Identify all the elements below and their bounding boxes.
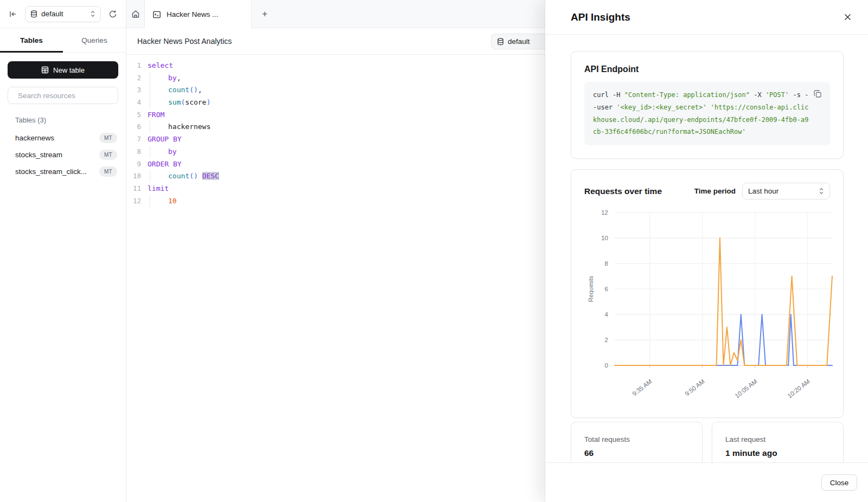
tab-queries[interactable]: Queries	[63, 28, 126, 52]
line-number: 7	[126, 133, 141, 146]
tables-count-heading: Tables (3)	[15, 116, 118, 124]
svg-text:10: 10	[601, 235, 608, 241]
total-requests-label: Total requests	[584, 435, 689, 443]
table-name: stocks_stream_click...	[15, 168, 87, 176]
query-title: Hacker News Post Analytics	[137, 37, 232, 46]
svg-text:2: 2	[605, 337, 608, 343]
indent-guide	[150, 84, 168, 96]
collapse-left-icon	[9, 10, 17, 18]
svg-text:Requests: Requests	[588, 276, 594, 303]
terminal-tab-icon	[152, 10, 161, 19]
tab-tables[interactable]: Tables	[0, 28, 63, 52]
chart-title: Requests over time	[584, 186, 694, 196]
new-table-label: New table	[53, 66, 85, 74]
refresh-icon	[108, 10, 117, 18]
sidebar-topbar: default	[0, 0, 126, 28]
indent-guide	[150, 170, 168, 183]
table-name: stocks_stream	[15, 151, 62, 159]
tab-queries-label: Queries	[81, 36, 107, 44]
line-number: 6	[126, 121, 141, 133]
sidebar-tabs: Tables Queries	[0, 28, 126, 53]
indent-guide	[150, 146, 168, 158]
new-tab-button[interactable]: +	[252, 0, 278, 28]
database-selector-value: default	[41, 10, 86, 18]
api-endpoint-heading: API Endpoint	[584, 65, 830, 74]
close-button[interactable]: Close	[821, 474, 857, 491]
table-grid-icon	[41, 66, 49, 74]
last-request-value: 1 minute ago	[725, 448, 830, 458]
line-number: 8	[126, 146, 141, 158]
search-input[interactable]	[18, 92, 114, 100]
time-period-value: Last hour	[748, 187, 814, 195]
table-engine-badge: MT	[99, 166, 117, 177]
curl-command: curl -H "Content-Type: application/json"…	[593, 91, 808, 136]
requests-chart: 0246810129:35 AM9:50 AM10:05 AM10:20 AMR…	[571, 203, 844, 410]
query-tab-title: Hacker News ...	[167, 10, 218, 18]
chart-header: Requests over time Time period Last hour	[571, 183, 843, 199]
home-icon	[131, 10, 140, 18]
svg-text:12: 12	[601, 209, 608, 216]
svg-text:0: 0	[605, 362, 608, 369]
table-list-item[interactable]: hackernewsMT	[8, 130, 118, 146]
sidebar-body: New table Tables (3) hackernewsMTstocks_…	[0, 53, 126, 189]
home-button[interactable]	[126, 0, 145, 28]
database-icon	[497, 38, 504, 46]
indent-guide	[150, 195, 168, 208]
time-period-select[interactable]: Last hour	[742, 183, 830, 199]
database-icon	[30, 10, 37, 18]
line-number: 9	[126, 158, 141, 171]
database-selector[interactable]: default	[25, 6, 101, 22]
panel-footer: Close	[545, 462, 868, 502]
app-window: default Tables Queries New table Tables …	[0, 0, 868, 502]
line-number: 4	[126, 96, 141, 109]
line-number: 1	[126, 60, 141, 72]
curl-code-block: curl -H "Content-Type: application/json"…	[584, 82, 830, 145]
tables-list: hackernewsMTstocks_streamMTstocks_stream…	[8, 130, 118, 180]
indent-guide	[150, 121, 168, 133]
svg-text:10:05 AM: 10:05 AM	[733, 378, 758, 399]
indent-guide	[150, 96, 168, 109]
copy-button[interactable]	[812, 88, 824, 100]
time-period-label: Time period	[694, 187, 736, 195]
collapse-sidebar-button[interactable]	[7, 8, 20, 21]
api-endpoint-card: API Endpoint curl -H "Content-Type: appl…	[571, 51, 844, 159]
table-list-item[interactable]: stocks_streamMT	[8, 146, 118, 163]
svg-text:10:20 AM: 10:20 AM	[786, 378, 811, 399]
chevron-up-down-icon	[819, 188, 824, 195]
total-requests-value: 66	[584, 448, 689, 458]
last-request-label: Last request	[725, 435, 830, 443]
refresh-button[interactable]	[106, 8, 119, 21]
panel-close-button[interactable]	[840, 10, 855, 25]
table-list-item[interactable]: stocks_stream_click...MT	[8, 163, 118, 180]
line-number: 12	[126, 195, 141, 208]
chevron-up-down-icon	[90, 10, 95, 17]
plus-icon: +	[262, 9, 267, 20]
svg-text:9:35 AM: 9:35 AM	[631, 378, 653, 397]
panel-body: API Endpoint curl -H "Content-Type: appl…	[545, 35, 868, 502]
line-number: 2	[126, 72, 141, 85]
table-name: hackernews	[15, 134, 54, 142]
api-insights-panel: API Insights API Endpoint curl -H "Conte…	[545, 0, 868, 502]
svg-text:6: 6	[605, 286, 608, 292]
database-chip-value: default	[508, 37, 530, 46]
search-resources	[8, 87, 118, 104]
requests-over-time-card: Requests over time Time period Last hour…	[571, 169, 844, 418]
panel-title: API Insights	[571, 11, 630, 23]
panel-header: API Insights	[545, 0, 868, 35]
tab-tables-label: Tables	[20, 36, 43, 44]
line-number: 11	[126, 183, 141, 195]
line-number: 5	[126, 109, 141, 121]
query-tab[interactable]: Hacker News ...	[145, 0, 252, 29]
new-table-button[interactable]: New table	[8, 61, 118, 79]
copy-icon	[813, 89, 822, 99]
sidebar: default Tables Queries New table Tables …	[0, 0, 126, 502]
table-engine-badge: MT	[99, 133, 117, 143]
table-engine-badge: MT	[99, 150, 117, 160]
svg-text:9:50 AM: 9:50 AM	[684, 378, 706, 397]
close-icon	[844, 13, 852, 21]
svg-text:4: 4	[605, 311, 609, 318]
indent-guide	[150, 72, 168, 85]
svg-text:8: 8	[605, 260, 608, 267]
line-number: 3	[126, 84, 141, 96]
line-number: 10	[126, 170, 141, 183]
